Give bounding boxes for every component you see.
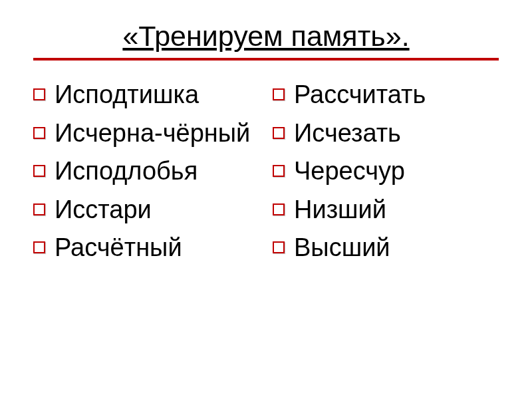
list-item: Исподтишка xyxy=(33,79,259,111)
word-text: Расчётный xyxy=(55,232,182,264)
word-text: Высший xyxy=(294,232,390,264)
word-text: Исчерна-чёрный xyxy=(55,118,250,150)
square-bullet-icon xyxy=(33,241,45,253)
list-item: Исчерна-чёрный xyxy=(33,118,259,150)
word-text: Низший xyxy=(294,194,386,226)
word-text: Исчезать xyxy=(294,118,401,150)
right-column: Рассчитать Исчезать Чересчур Низший Высш… xyxy=(273,79,499,271)
word-text: Чересчур xyxy=(294,156,405,188)
list-item: Исстари xyxy=(33,194,259,226)
list-item: Расчётный xyxy=(33,232,259,264)
content-columns: Исподтишка Исчерна-чёрный Исподлобья Исс… xyxy=(33,79,499,271)
list-item: Высший xyxy=(273,232,499,264)
square-bullet-icon xyxy=(33,127,45,139)
word-text: Исподлобья xyxy=(55,156,198,188)
square-bullet-icon xyxy=(33,88,45,100)
list-item: Рассчитать xyxy=(273,79,499,111)
square-bullet-icon xyxy=(33,165,45,177)
slide-container: «Тренируем память». Исподтишка Исчерна-ч… xyxy=(0,0,532,399)
title-underline xyxy=(33,58,499,61)
square-bullet-icon xyxy=(33,203,45,215)
square-bullet-icon xyxy=(273,88,285,100)
square-bullet-icon xyxy=(273,127,285,139)
word-text: Исподтишка xyxy=(55,79,199,111)
list-item: Исчезать xyxy=(273,118,499,150)
list-item: Низший xyxy=(273,194,499,226)
square-bullet-icon xyxy=(273,241,285,253)
word-text: Исстари xyxy=(55,194,152,226)
slide-title: «Тренируем память». xyxy=(122,20,409,53)
square-bullet-icon xyxy=(273,165,285,177)
word-text: Рассчитать xyxy=(294,79,426,111)
title-wrap: «Тренируем память». xyxy=(33,20,499,53)
list-item: Чересчур xyxy=(273,156,499,188)
square-bullet-icon xyxy=(273,203,285,215)
list-item: Исподлобья xyxy=(33,156,259,188)
left-column: Исподтишка Исчерна-чёрный Исподлобья Исс… xyxy=(33,79,259,271)
